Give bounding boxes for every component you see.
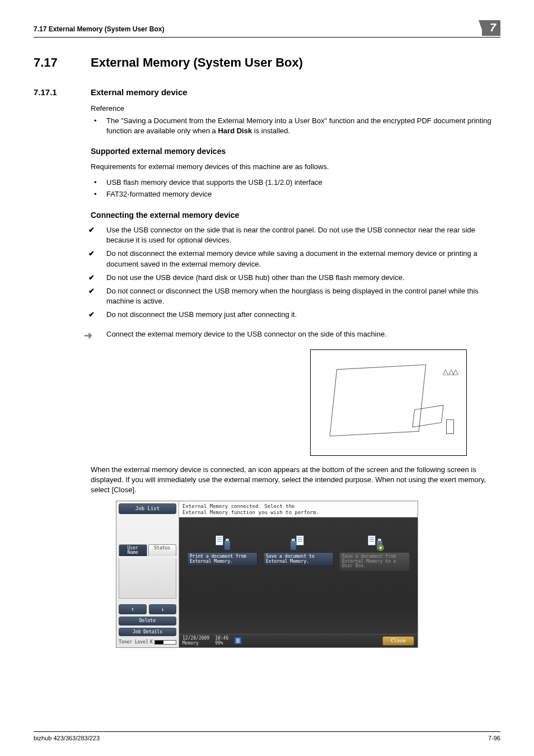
footer-time: 10:46 [215, 636, 228, 641]
options-row: Print a document from External Memory. S… [179, 517, 418, 634]
action-text: Connect the external memory device to th… [106, 329, 500, 339]
job-details-button[interactable]: Job Details [119, 628, 176, 637]
toner-bar-icon [154, 640, 176, 645]
list-item: Do not connect or disconnect the USB mem… [84, 286, 500, 306]
control-panel-screenshot: Job List User Name Status ↑ ↓ Delete Job… [116, 501, 418, 648]
reference-label: Reference [91, 104, 500, 114]
supported-intro: Requirements for external memory devices… [91, 162, 500, 172]
subsection-number: 7.17.1 [34, 86, 76, 98]
footer-time-pct: 10:46 99% [215, 636, 228, 646]
chapter-badge-wrap: 7 [478, 22, 500, 36]
section-title: External Memory (System User Box) [91, 54, 303, 72]
job-list-button[interactable]: Job List [119, 503, 176, 514]
save-to-memory-button[interactable]: Save a document to External Memory. [263, 552, 334, 567]
chapter-badge: 7 [482, 20, 500, 36]
section-number: 7.17 [34, 54, 76, 72]
print-from-memory-button[interactable]: Print a document from External Memory. [187, 552, 257, 567]
arrow-icon: ➜ [84, 329, 106, 340]
reference-list: The "Saving a Document from the External… [91, 116, 500, 136]
reference-text-c: is installed. [252, 127, 290, 135]
action-step: ➜ Connect the external memory device to … [84, 329, 500, 340]
list-item: USB flash memory device that supports th… [91, 178, 500, 188]
usb-stick-icon [446, 419, 454, 434]
reference-text-bold: Hard Disk [218, 127, 252, 135]
footer-date: 12/28/2009 [182, 636, 209, 641]
list-item: Do not disconnect the USB memory just af… [84, 310, 500, 320]
close-button[interactable]: Close [382, 636, 414, 646]
reference-item: The "Saving a Document from the External… [91, 116, 500, 136]
connecting-checklist: Use the USB connector on the side that i… [84, 225, 500, 320]
sidebar-spacer [119, 516, 176, 541]
scroll-down-button[interactable]: ↓ [149, 604, 177, 614]
message-line-2: External Memory function you wish to per… [182, 510, 414, 516]
tab-status[interactable]: Status [148, 544, 177, 556]
footer-datetime: 12/28/2009 Memory [182, 636, 209, 646]
option-save: Save a document to External Memory. [263, 535, 334, 623]
print-from-memory-icon [214, 535, 230, 550]
screenshot-main: External Memory connected. Select the Ex… [179, 501, 418, 647]
footer-page-number: 7-96 [488, 734, 500, 743]
running-header-text: 7.17 External Memory (System User Box) [34, 25, 164, 34]
list-item: Do not disconnect the external memory de… [84, 249, 500, 269]
save-to-userbox-icon [367, 535, 382, 550]
printer-triangles-icon: △ △△ [443, 367, 457, 377]
page-header: 7.17 External Memory (System User Box) 7 [34, 22, 500, 38]
message-header: External Memory connected. Select the Ex… [179, 501, 418, 517]
message-line-1: External Memory connected. Select the [182, 503, 414, 510]
footer-left-group: 12/28/2009 Memory 10:46 99% [182, 636, 242, 646]
list-item: Do not use the USB device (hard disk or … [84, 273, 500, 283]
supported-list: USB flash memory device that supports th… [91, 178, 500, 199]
toner-level-row: Toner Level K [119, 640, 176, 645]
screenshot-sidebar: Job List User Name Status ↑ ↓ Delete Job… [116, 501, 179, 647]
after-paragraph: When the external memory device is conne… [91, 465, 500, 496]
list-item: Use the USB connector on the side that i… [84, 225, 500, 245]
subsection-h2: 7.17.1 External memory device [34, 86, 500, 98]
tab-user-name[interactable]: User Name [119, 544, 147, 556]
heading-connecting: Connecting the external memory device [91, 210, 500, 221]
option-save-to-box: Save a document from External Memory to … [339, 535, 410, 623]
external-memory-icon [234, 637, 242, 645]
printer-illustration: △ △△ [310, 349, 467, 456]
footer-memory-label: Memory [182, 641, 209, 646]
footer-memory-pct: 99% [215, 641, 228, 646]
footer-model: bizhub 423/363/283/223 [34, 734, 100, 743]
printer-body-icon [330, 364, 427, 436]
save-to-userbox-button[interactable]: Save a document from External Memory to … [339, 552, 410, 571]
list-item: FAT32-formatted memory device [91, 189, 500, 199]
page-footer: bizhub 423/363/283/223 7-96 [34, 731, 500, 743]
reference-text-a: The "Saving a Document from the External… [106, 116, 491, 135]
scroll-up-button[interactable]: ↑ [119, 604, 147, 614]
section-h1: 7.17 External Memory (System User Box) [34, 54, 500, 72]
subsection-title: External memory device [91, 86, 188, 98]
heading-supported: Supported external memory devices [91, 146, 500, 157]
toner-letter: K [150, 640, 153, 645]
toner-level-label: Toner Level [119, 640, 148, 645]
option-print: Print a document from External Memory. [187, 535, 257, 623]
job-list-area [119, 558, 176, 599]
save-to-memory-icon [291, 535, 306, 550]
delete-button[interactable]: Delete [119, 617, 176, 626]
sidebar-tab-row: User Name Status [119, 544, 176, 556]
screenshot-footer: 12/28/2009 Memory 10:46 99% Close [179, 634, 418, 647]
up-down-row: ↑ ↓ [119, 604, 176, 614]
